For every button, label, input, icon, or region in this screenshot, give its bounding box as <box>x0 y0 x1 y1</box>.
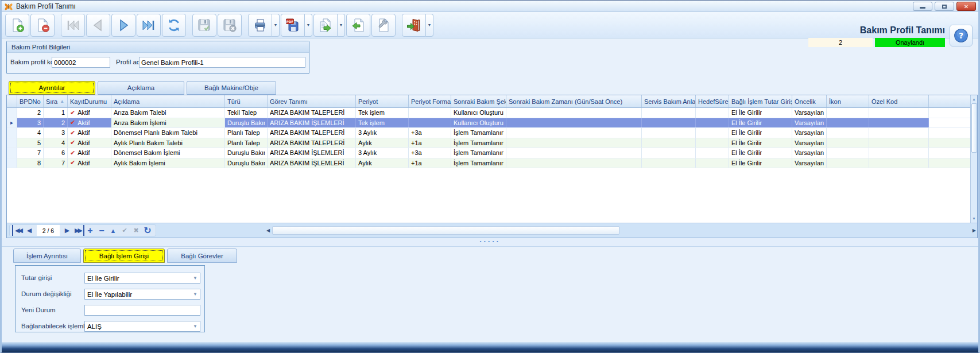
cell[interactable]: ARIZA BAKIM TALEPLERİ <box>268 108 356 118</box>
cell[interactable] <box>696 128 729 138</box>
column-header[interactable]: Bağlı İşlem Tutar Girişi <box>729 95 792 107</box>
cell[interactable] <box>696 138 729 148</box>
table-row[interactable]: 54✔AktifAylık Planlı Bakım TalebiPlanlı … <box>7 138 977 149</box>
cell[interactable]: Tekil Talep <box>225 108 268 118</box>
status-change-select[interactable]: El İle Yapılabilir▼ <box>84 289 200 300</box>
cell[interactable]: 3 Aylık <box>356 148 409 158</box>
cell[interactable] <box>869 148 929 158</box>
linkable-transactions-select[interactable]: ALIŞ▼ <box>84 321 200 332</box>
cell[interactable] <box>409 108 451 118</box>
cell[interactable]: ✔Aktif <box>68 128 111 138</box>
cell[interactable]: Aylık Bakım İşlemi <box>111 158 225 168</box>
column-header[interactable]: HedefSüre <box>696 95 729 107</box>
cell[interactable]: 2 <box>17 108 44 118</box>
nav-last-button[interactable]: ▶▶ <box>73 225 84 236</box>
row-selector[interactable] <box>7 128 17 138</box>
cell[interactable]: Tek işlem <box>356 108 409 118</box>
cell[interactable]: El İle Girilir <box>729 148 792 158</box>
cell[interactable]: ARIZA BAKIM İŞLEMLERİ <box>268 118 356 128</box>
cell[interactable] <box>869 128 929 138</box>
cell[interactable]: ✔Aktif <box>68 138 111 148</box>
cell[interactable] <box>696 118 729 128</box>
cell[interactable] <box>506 108 642 118</box>
export-pdf-dropdown[interactable]: ▼ <box>305 14 312 37</box>
first-record-button[interactable] <box>61 14 85 37</box>
cell[interactable]: 6 <box>44 148 68 158</box>
column-header[interactable]: KayıtDurumu <box>68 95 111 107</box>
cell[interactable]: Kullanıcı Oluşturur <box>451 118 506 128</box>
cell[interactable]: El İle Girilir <box>729 108 792 118</box>
cell[interactable]: +3a <box>409 148 451 158</box>
cell[interactable] <box>642 128 696 138</box>
cell[interactable] <box>642 118 696 128</box>
print-button[interactable] <box>248 14 272 37</box>
chevron-down-icon[interactable]: ▼ <box>193 324 197 329</box>
tab-açıklama[interactable]: Açıklama <box>98 81 184 95</box>
delete-record-button[interactable] <box>30 14 55 37</box>
cell[interactable]: Aylık <box>356 138 409 148</box>
row-selector[interactable] <box>7 108 17 118</box>
chevron-down-icon[interactable]: ▼ <box>193 276 197 281</box>
cell[interactable]: ✔Aktif <box>68 148 111 158</box>
row-selector[interactable]: ▸ <box>7 118 17 128</box>
cell[interactable] <box>827 158 869 168</box>
cell[interactable]: ✔Aktif <box>68 118 111 128</box>
nav-cancel-button[interactable]: ✖ <box>130 225 142 236</box>
cell[interactable]: 4 <box>44 138 68 148</box>
cell[interactable]: Arıza Bakım İşlemi <box>111 118 225 128</box>
cell[interactable]: Duruşlu Bakım <box>225 158 268 168</box>
cell[interactable]: El İle Girilir <box>729 128 792 138</box>
cell[interactable]: +3a <box>409 128 451 138</box>
import-record-button[interactable] <box>346 14 370 37</box>
cell[interactable]: 7 <box>17 148 44 158</box>
cell[interactable]: Kullanıcı Oluşturur <box>451 108 506 118</box>
row-selector[interactable] <box>7 158 17 168</box>
cell[interactable]: 5 <box>17 138 44 148</box>
cell[interactable] <box>642 158 696 168</box>
cell[interactable]: Varsayılan <box>792 108 827 118</box>
tab-ayrıntılar[interactable]: Ayrıntılar <box>9 81 95 95</box>
cell[interactable]: 1 <box>44 108 68 118</box>
cell[interactable] <box>696 108 729 118</box>
copy-record-dropdown[interactable]: ▼ <box>338 14 345 37</box>
column-header[interactable]: Periyot <box>356 95 409 107</box>
scroll-right-icon[interactable]: ▶ <box>973 228 976 233</box>
cell[interactable]: Varsayılan <box>792 128 827 138</box>
new-status-input[interactable] <box>84 305 200 316</box>
nav-first-button[interactable]: ◀◀ <box>12 225 24 236</box>
cell[interactable] <box>869 158 929 168</box>
cell[interactable]: Duruşlu Bakım <box>225 118 268 128</box>
previous-record-button[interactable] <box>86 14 110 37</box>
cell[interactable] <box>869 108 929 118</box>
row-selector[interactable] <box>7 138 17 148</box>
nav-delete-button[interactable]: − <box>96 225 107 236</box>
cell[interactable] <box>869 138 929 148</box>
refresh-button[interactable] <box>162 14 186 37</box>
column-header[interactable]: Özel Kod <box>869 95 929 107</box>
cell[interactable] <box>506 118 642 128</box>
column-header[interactable]: Açıklama <box>111 95 225 107</box>
column-header[interactable]: Sıra▲ <box>44 95 68 107</box>
cell[interactable]: +1a <box>409 138 451 148</box>
cell[interactable]: 3 <box>44 128 68 138</box>
column-header[interactable]: Türü <box>225 95 268 107</box>
cell[interactable]: Varsayılan <box>792 138 827 148</box>
scroll-up-icon[interactable]: ▲ <box>971 95 977 103</box>
column-header[interactable]: Servis Bakım Anlaşması <box>642 95 696 107</box>
cell[interactable]: +1a <box>409 158 451 168</box>
cell[interactable]: Dönemsel Planlı Bakım Talebi <box>111 128 225 138</box>
cell[interactable]: İşlem Tamamlanınca <box>451 138 506 148</box>
cell[interactable]: ARIZA BAKIM TALEPLERİ <box>268 138 356 148</box>
amount-entry-select[interactable]: El İle Girilir▼ <box>84 273 200 284</box>
cell[interactable] <box>827 138 869 148</box>
cell[interactable]: Arıza Bakım Talebi <box>111 108 225 118</box>
export-pdf-button[interactable]: PDF <box>281 14 305 37</box>
cell[interactable] <box>642 148 696 158</box>
column-header[interactable]: Periyot Formatı <box>409 95 451 107</box>
cell[interactable]: Aylık <box>356 158 409 168</box>
cell[interactable]: El İle Girilir <box>729 158 792 168</box>
cell[interactable]: 3 Aylık <box>356 128 409 138</box>
column-header[interactable]: Öncelik <box>792 95 827 107</box>
cell[interactable]: ARIZA BAKIM İŞLEMLERİ <box>268 158 356 168</box>
profile-name-input[interactable] <box>139 57 305 68</box>
